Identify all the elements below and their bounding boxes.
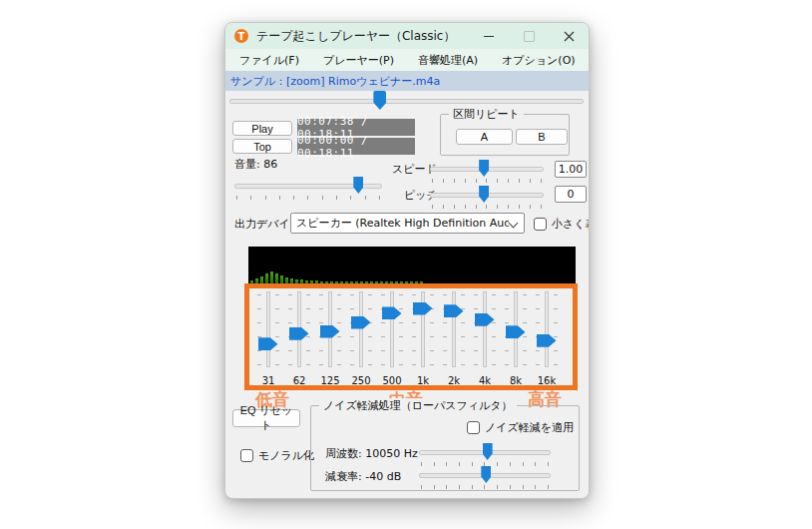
eq-tick xyxy=(430,322,434,323)
small-view-checkbox[interactable] xyxy=(534,218,547,231)
top-button[interactable]: Top xyxy=(232,139,292,154)
eq-thumb-4k[interactable] xyxy=(475,313,495,326)
eq-tick xyxy=(337,364,341,365)
eq-tick xyxy=(368,350,372,351)
close-button[interactable] xyxy=(549,23,589,49)
eq-tick xyxy=(275,322,279,323)
eq-track-16k[interactable] xyxy=(545,291,549,367)
attenuation-slider[interactable] xyxy=(419,466,551,484)
volume-thumb[interactable] xyxy=(353,177,363,194)
seek-thumb[interactable] xyxy=(373,91,386,110)
eq-tick xyxy=(443,364,447,365)
eq-band-2k[interactable]: 2k xyxy=(439,283,470,390)
menu-item-0[interactable]: ファイル(F) xyxy=(239,53,299,68)
play-button[interactable]: Play xyxy=(232,121,292,136)
eq-track-4k[interactable] xyxy=(483,291,487,367)
eq-track-2k[interactable] xyxy=(452,291,456,367)
eq-thumb-250[interactable] xyxy=(351,316,371,329)
spectrum-bar xyxy=(275,273,278,283)
eq-band-label: 1k xyxy=(408,375,439,386)
eq-tick xyxy=(523,364,527,365)
mono-checkbox[interactable] xyxy=(240,449,253,462)
eq-tick xyxy=(443,294,447,295)
eq-band-4k[interactable]: 4k xyxy=(470,283,501,390)
repeat-b-button[interactable]: B xyxy=(516,129,568,145)
eq-band-31[interactable]: 31 xyxy=(253,283,284,390)
menu-item-3[interactable]: オプション(O) xyxy=(502,53,576,68)
eq-tick xyxy=(461,294,465,295)
eq-thumb-62[interactable] xyxy=(289,327,309,340)
eq-tick xyxy=(412,350,416,351)
eq-thumb-31[interactable] xyxy=(258,337,278,350)
eq-tick xyxy=(474,308,478,309)
eq-reset-button[interactable]: EQ リセット xyxy=(232,409,300,427)
eq-thumb-2k[interactable] xyxy=(444,304,464,317)
pitch-slider[interactable] xyxy=(430,186,544,204)
menu-item-2[interactable]: 音響処理(A) xyxy=(418,53,478,68)
eq-tick xyxy=(257,336,261,337)
eq-band-250[interactable]: 250 xyxy=(346,283,377,390)
eq-tick xyxy=(350,364,354,365)
file-name-bar: サンプル：[zoom] Rimoウェビナー.m4a xyxy=(225,71,589,91)
eq-tick xyxy=(275,308,279,309)
eq-band-500[interactable]: 500 xyxy=(377,283,408,390)
attenuation-ticks xyxy=(421,485,549,489)
menu-bar: ファイル(F)プレーヤー(P)音響処理(A)オプション(O) xyxy=(225,49,589,71)
chevron-down-icon xyxy=(509,219,518,228)
eq-tick xyxy=(523,350,527,351)
output-device-dropdown[interactable]: スピーカー (Realtek High Definition Audio(S xyxy=(290,213,525,234)
eq-tick xyxy=(399,308,403,309)
eq-tick xyxy=(399,336,403,337)
maximize-icon xyxy=(524,31,535,42)
noise-apply-checkbox[interactable] xyxy=(467,421,480,434)
pitch-thumb[interactable] xyxy=(479,186,489,203)
seek-slider[interactable] xyxy=(229,91,584,111)
eq-band-16k[interactable]: 16k xyxy=(532,283,563,390)
maximize-button[interactable] xyxy=(509,23,549,49)
eq-tick xyxy=(523,294,527,295)
seek-track[interactable] xyxy=(229,99,584,104)
eq-band-8k[interactable]: 8k xyxy=(501,283,532,390)
eq-tick xyxy=(288,322,292,323)
eq-track-250[interactable] xyxy=(359,291,363,367)
eq-thumb-1k[interactable] xyxy=(413,302,433,315)
eq-tick xyxy=(430,336,434,337)
eq-band-label: 16k xyxy=(532,375,563,386)
eq-track-31[interactable] xyxy=(266,291,270,367)
eq-tick xyxy=(288,364,292,365)
speed-slider[interactable] xyxy=(430,160,544,178)
eq-tick xyxy=(350,294,354,295)
eq-tick xyxy=(399,294,403,295)
title-bar[interactable]: T テープ起こしプレーヤー（Classic） xyxy=(225,23,589,49)
speed-thumb[interactable] xyxy=(479,160,489,177)
eq-band-125[interactable]: 125 xyxy=(315,283,346,390)
volume-slider[interactable] xyxy=(234,177,382,195)
eq-band-label: 125 xyxy=(315,375,346,386)
frequency-thumb[interactable] xyxy=(483,443,493,460)
minimize-button[interactable] xyxy=(469,23,509,49)
eq-tick xyxy=(257,308,261,309)
spectrum-visualizer xyxy=(248,247,576,284)
eq-tick xyxy=(337,308,341,309)
eq-track-500[interactable] xyxy=(390,291,394,367)
eq-tick xyxy=(492,364,496,365)
eq-band-62[interactable]: 62 xyxy=(284,283,315,390)
eq-band-1k[interactable]: 1k xyxy=(408,283,439,390)
eq-tick xyxy=(443,336,447,337)
attenuation-thumb[interactable] xyxy=(481,466,491,483)
eq-tick xyxy=(306,364,310,365)
eq-tick xyxy=(319,364,323,365)
eq-tick xyxy=(461,322,465,323)
menu-item-1[interactable]: プレーヤー(P) xyxy=(323,53,394,68)
repeat-a-button[interactable]: A xyxy=(456,129,513,145)
time-display-top: 00:00:00 / 00:18:11 xyxy=(297,138,415,155)
pitch-value[interactable]: 0 xyxy=(555,186,587,203)
eq-tick xyxy=(505,364,509,365)
eq-tick xyxy=(554,364,558,365)
spectrum-bar xyxy=(270,271,273,283)
eq-tick xyxy=(381,294,385,295)
eq-tick xyxy=(554,350,558,351)
speed-value[interactable]: 1.00 xyxy=(555,161,587,178)
frequency-slider[interactable] xyxy=(419,443,551,461)
spectrum-bar xyxy=(280,275,283,283)
